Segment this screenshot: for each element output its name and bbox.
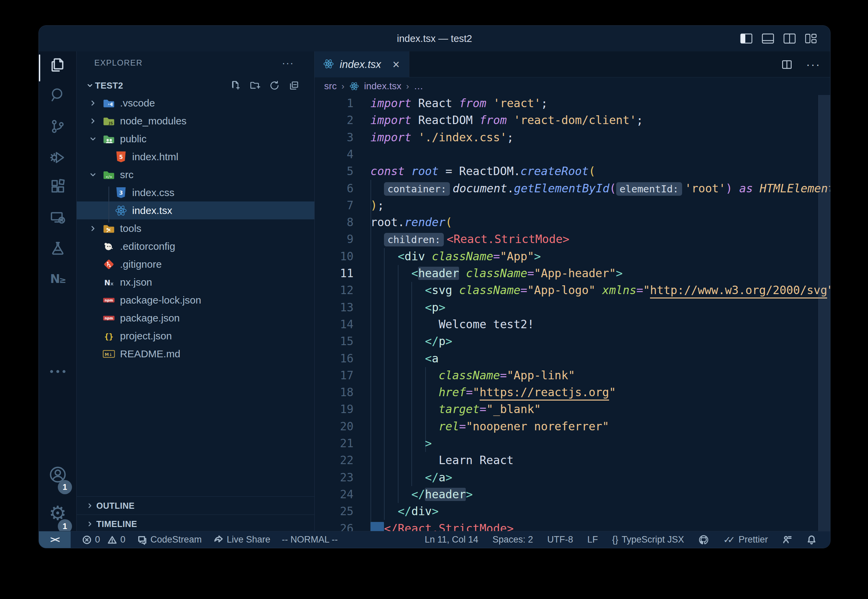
tree-item--vscode[interactable]: .vscode (77, 94, 314, 112)
code-line-8[interactable]: 8root.render( (315, 214, 830, 231)
breadcrumb-symbol[interactable]: … (414, 81, 423, 92)
line-number: 4 (315, 146, 354, 163)
tree-item--editorconfig[interactable]: .editorconfig (77, 237, 314, 255)
code-line-10[interactable]: 10 <div className="App"> (315, 248, 830, 265)
svg-text:</>: </> (106, 175, 112, 179)
editor-scrollbar[interactable] (818, 95, 830, 532)
refresh-icon[interactable] (269, 80, 280, 91)
code-text: </header> (370, 486, 473, 503)
code-line-26[interactable]: 26 </React.StrictMode> (315, 520, 830, 532)
tree-item-package-lock-json[interactable]: npmpackage-lock.json (77, 291, 314, 309)
code-line-11[interactable]: 11 <header className="App-header"> (315, 265, 830, 282)
tree-item-node-modules[interactable]: JSnode_modules (77, 112, 314, 130)
new-folder-icon[interactable] (250, 80, 260, 91)
encoding-status[interactable]: UTF-8 (547, 534, 573, 545)
editor-more-actions-icon[interactable]: ··· (806, 58, 821, 71)
line-number: 18 (315, 384, 354, 401)
code-line-2[interactable]: 2import ReactDOM from 'react-dom/client'… (315, 112, 830, 129)
code-line-6[interactable]: 6 container:document.getElementById(elem… (315, 180, 830, 197)
cursor-position-status[interactable]: Ln 11, Col 14 (424, 534, 478, 545)
tree-item-index-tsx[interactable]: index.tsx (77, 202, 314, 220)
line-number: 6 (315, 180, 354, 197)
chevron-right-icon (86, 520, 93, 528)
tree-item-package-json[interactable]: npmpackage.json (77, 309, 314, 327)
search-icon[interactable] (50, 87, 66, 104)
split-editor-icon[interactable] (784, 33, 796, 44)
explorer-icon[interactable] (50, 56, 66, 73)
notifications-bell-icon[interactable] (806, 535, 817, 545)
eol-status[interactable]: LF (587, 534, 598, 545)
code-line-25[interactable]: 25 </div> (315, 503, 830, 520)
tree-item-tools[interactable]: tools (77, 220, 314, 237)
code-line-14[interactable]: 14 Welcome test2! (315, 316, 830, 333)
indentation-status[interactable]: Spaces: 2 (492, 534, 533, 545)
tree-item-index-css[interactable]: 3index.css (77, 184, 314, 202)
github-icon[interactable] (698, 534, 709, 545)
customize-layout-icon[interactable] (805, 33, 817, 44)
line-number: 3 (315, 129, 354, 146)
breadcrumb-src[interactable]: src (324, 81, 337, 92)
code-text: </p> (370, 333, 452, 350)
code-line-4[interactable]: 4 (315, 146, 830, 163)
code-line-19[interactable]: 19 target="_blank" (315, 401, 830, 418)
folder-vscode-icon (102, 97, 115, 110)
remote-explorer-icon[interactable] (50, 209, 66, 226)
code-line-23[interactable]: 23 </a> (315, 469, 830, 486)
code-line-22[interactable]: 22 Learn React (315, 452, 830, 469)
split-editor-icon[interactable] (781, 59, 793, 70)
code-line-5[interactable]: 5const root = ReactDOM.createRoot( (315, 163, 830, 180)
code-line-24[interactable]: 24 </header> (315, 486, 830, 503)
code-line-18[interactable]: 18 href="https://reactjs.org" (315, 384, 830, 401)
close-tab-icon[interactable]: × (393, 59, 400, 71)
outline-panel-header[interactable]: OUTLINE (77, 496, 314, 515)
toggle-panel-icon[interactable] (762, 33, 774, 44)
tree-item--gitignore[interactable]: .gitignore (77, 255, 314, 273)
toggle-sidebar-icon[interactable] (740, 33, 752, 44)
tree-item-src[interactable]: </>src (77, 166, 314, 184)
source-control-icon[interactable] (50, 118, 66, 135)
tree-item-readme-md[interactable]: M↓README.md (77, 345, 314, 363)
react-icon (114, 204, 128, 217)
tree-item-index-html[interactable]: 5index.html (77, 148, 314, 166)
vim-mode-status[interactable]: -- NORMAL -- (282, 534, 338, 545)
tree-item-project-json[interactable]: {}project.json (77, 327, 314, 345)
prettier-status[interactable]: ✓✓ Prettier (724, 534, 768, 545)
code-line-15[interactable]: 15 </p> (315, 333, 830, 350)
code-line-13[interactable]: 13 <p> (315, 299, 830, 316)
collapse-folders-icon[interactable] (289, 80, 299, 91)
run-debug-icon[interactable] (50, 149, 66, 166)
code-line-7[interactable]: 7); (315, 197, 830, 214)
code-line-21[interactable]: 21 > (315, 435, 830, 452)
breadcrumb-file[interactable]: index.tsx (364, 81, 402, 92)
tree-item-public[interactable]: public (77, 130, 314, 148)
live-share-status[interactable]: Live Share (213, 534, 271, 545)
test-beaker-icon[interactable] (50, 240, 66, 257)
code-line-20[interactable]: 20 rel="noopener noreferrer" (315, 418, 830, 435)
code-line-9[interactable]: 9 children:<React.StrictMode> (315, 231, 830, 248)
json-icon: {} (102, 330, 115, 342)
code-editor[interactable]: 1import React from 'react';2import React… (315, 95, 830, 532)
editor-group: index.tsx × ··· src › index.tsx › … (315, 51, 830, 532)
nx-console-icon[interactable]: N≥ (49, 271, 67, 289)
code-line-3[interactable]: 3import './index.css'; (315, 129, 830, 146)
timeline-panel-header[interactable]: TIMELINE (77, 515, 314, 533)
error-count: 0 (95, 534, 100, 545)
language-mode-status[interactable]: {} TypeScript JSX (612, 534, 684, 545)
tree-item-nx-json[interactable]: Nxnx.json (77, 273, 314, 291)
code-line-12[interactable]: 12 <svg className="App-logo" xmlns="http… (315, 282, 830, 299)
workspace-section-header[interactable]: TEST2 (77, 77, 314, 93)
line-number: 14 (315, 316, 354, 333)
problems-status[interactable]: 0 0 (82, 534, 125, 545)
code-line-17[interactable]: 17 className="App-link" (315, 367, 830, 384)
codestream-status[interactable]: CodeStream (137, 534, 202, 545)
extensions-icon[interactable] (50, 178, 66, 195)
code-line-1[interactable]: 1import React from 'react'; (315, 95, 830, 112)
remote-indicator[interactable]: >< (39, 531, 71, 548)
tab-index-tsx[interactable]: index.tsx × (315, 51, 409, 77)
code-line-16[interactable]: 16 <a (315, 350, 830, 367)
svg-text:x: x (111, 281, 114, 286)
new-file-icon[interactable] (230, 80, 241, 91)
more-views-icon[interactable] (50, 369, 66, 376)
feedback-icon[interactable] (782, 535, 792, 545)
explorer-more-actions-icon[interactable]: ··· (282, 57, 294, 69)
